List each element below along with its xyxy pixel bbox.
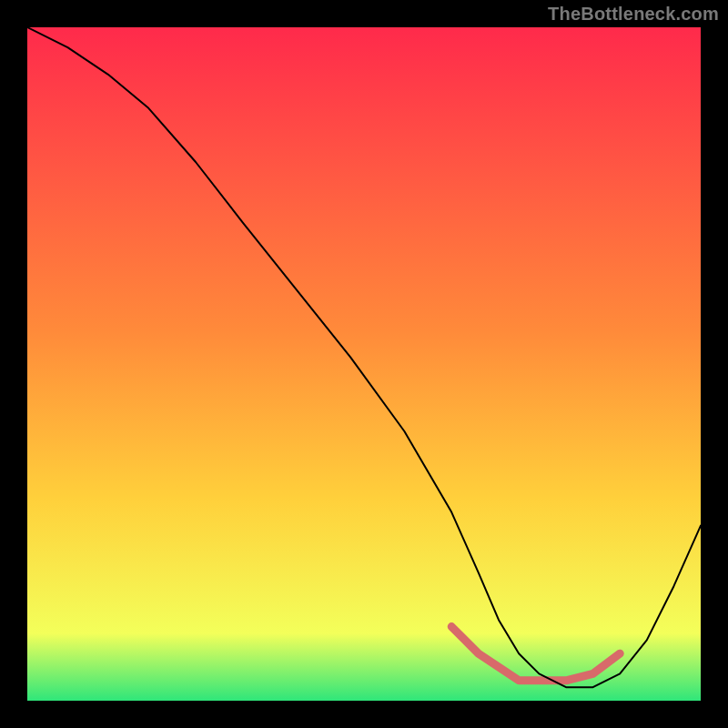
chart-stage: TheBottleneck.com bbox=[0, 0, 728, 728]
chart-svg bbox=[27, 27, 701, 701]
watermark-text: TheBottleneck.com bbox=[548, 4, 719, 25]
gradient-background bbox=[27, 27, 701, 701]
plot-area bbox=[27, 27, 701, 701]
